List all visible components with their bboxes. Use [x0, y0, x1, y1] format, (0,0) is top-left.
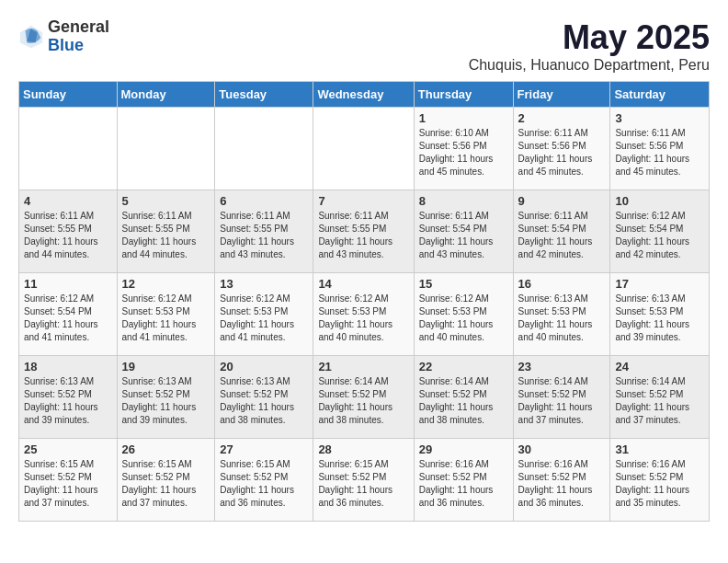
cell-info: Sunrise: 6:16 AM Sunset: 5:52 PM Dayligh…	[518, 458, 606, 510]
cell-info: Sunrise: 6:13 AM Sunset: 5:53 PM Dayligh…	[615, 293, 704, 344]
day-number: 9	[518, 194, 606, 208]
calendar-cell: 3Sunrise: 6:11 AM Sunset: 5:56 PM Daylig…	[610, 108, 710, 190]
logo: General Blue	[18, 18, 109, 55]
calendar-cell: 17Sunrise: 6:13 AM Sunset: 5:53 PM Dayli…	[610, 273, 710, 356]
day-number: 22	[419, 360, 508, 373]
day-number: 10	[615, 194, 704, 208]
calendar-cell: 20Sunrise: 6:13 AM Sunset: 5:52 PM Dayli…	[215, 356, 313, 439]
calendar-cell: 29Sunrise: 6:16 AM Sunset: 5:52 PM Dayli…	[414, 439, 513, 522]
calendar-header: SundayMondayTuesdayWednesdayThursdayFrid…	[19, 82, 710, 108]
day-number: 16	[518, 277, 606, 291]
day-number: 8	[419, 194, 508, 208]
cell-info: Sunrise: 6:10 AM Sunset: 5:56 PM Dayligh…	[419, 127, 508, 178]
calendar-cell: 7Sunrise: 6:11 AM Sunset: 5:55 PM Daylig…	[313, 190, 414, 273]
day-number: 7	[318, 194, 408, 208]
week-row-2: 4Sunrise: 6:11 AM Sunset: 5:55 PM Daylig…	[19, 190, 710, 273]
title-section: May 2025 Chuquis, Huanuco Department, Pe…	[469, 18, 710, 74]
cell-info: Sunrise: 6:11 AM Sunset: 5:54 PM Dayligh…	[419, 210, 508, 261]
logo-blue-text: Blue	[48, 37, 109, 55]
day-number: 29	[419, 442, 508, 456]
calendar-cell: 28Sunrise: 6:15 AM Sunset: 5:52 PM Dayli…	[313, 439, 414, 522]
cell-info: Sunrise: 6:16 AM Sunset: 5:52 PM Dayligh…	[615, 458, 704, 510]
day-number: 12	[122, 277, 210, 291]
day-number: 11	[24, 277, 112, 291]
day-number: 28	[318, 442, 408, 456]
cell-info: Sunrise: 6:12 AM Sunset: 5:53 PM Dayligh…	[122, 293, 210, 344]
calendar-cell: 21Sunrise: 6:14 AM Sunset: 5:52 PM Dayli…	[313, 356, 414, 439]
cell-info: Sunrise: 6:12 AM Sunset: 5:54 PM Dayligh…	[615, 210, 704, 261]
calendar-cell: 19Sunrise: 6:13 AM Sunset: 5:52 PM Dayli…	[117, 356, 215, 439]
day-number: 17	[615, 277, 704, 291]
day-number: 2	[518, 111, 606, 125]
calendar-cell	[313, 108, 414, 190]
header-cell-thursday: Thursday	[414, 82, 513, 108]
cell-info: Sunrise: 6:11 AM Sunset: 5:56 PM Dayligh…	[615, 127, 704, 178]
day-number: 21	[318, 360, 408, 373]
calendar-cell: 11Sunrise: 6:12 AM Sunset: 5:54 PM Dayli…	[19, 273, 118, 356]
day-number: 20	[220, 360, 308, 373]
calendar-cell: 24Sunrise: 6:14 AM Sunset: 5:52 PM Dayli…	[610, 356, 710, 439]
header-cell-sunday: Sunday	[19, 82, 118, 108]
logo-icon	[18, 24, 44, 50]
day-number: 25	[24, 442, 112, 456]
day-number: 1	[419, 111, 508, 125]
calendar-cell: 2Sunrise: 6:11 AM Sunset: 5:56 PM Daylig…	[513, 108, 610, 190]
calendar-body: 1Sunrise: 6:10 AM Sunset: 5:56 PM Daylig…	[19, 108, 710, 522]
cell-info: Sunrise: 6:11 AM Sunset: 5:55 PM Dayligh…	[24, 210, 112, 261]
calendar-cell: 26Sunrise: 6:15 AM Sunset: 5:52 PM Dayli…	[117, 439, 215, 522]
day-number: 5	[122, 194, 210, 208]
cell-info: Sunrise: 6:14 AM Sunset: 5:52 PM Dayligh…	[419, 375, 508, 427]
week-row-5: 25Sunrise: 6:15 AM Sunset: 5:52 PM Dayli…	[19, 439, 710, 522]
day-number: 4	[24, 194, 112, 208]
calendar-cell: 22Sunrise: 6:14 AM Sunset: 5:52 PM Dayli…	[414, 356, 513, 439]
calendar-cell: 4Sunrise: 6:11 AM Sunset: 5:55 PM Daylig…	[19, 190, 118, 273]
cell-info: Sunrise: 6:11 AM Sunset: 5:55 PM Dayligh…	[318, 210, 408, 261]
cell-info: Sunrise: 6:12 AM Sunset: 5:54 PM Dayligh…	[24, 293, 112, 344]
logo-general-text: General	[48, 18, 109, 37]
calendar-cell	[215, 108, 313, 190]
cell-info: Sunrise: 6:13 AM Sunset: 5:52 PM Dayligh…	[220, 375, 308, 427]
day-number: 3	[615, 111, 704, 125]
header-cell-saturday: Saturday	[610, 82, 710, 108]
cell-info: Sunrise: 6:11 AM Sunset: 5:56 PM Dayligh…	[518, 127, 606, 178]
cell-info: Sunrise: 6:13 AM Sunset: 5:52 PM Dayligh…	[24, 375, 112, 427]
calendar-cell: 13Sunrise: 6:12 AM Sunset: 5:53 PM Dayli…	[215, 273, 313, 356]
calendar-cell: 23Sunrise: 6:14 AM Sunset: 5:52 PM Dayli…	[513, 356, 610, 439]
week-row-4: 18Sunrise: 6:13 AM Sunset: 5:52 PM Dayli…	[19, 356, 710, 439]
cell-info: Sunrise: 6:15 AM Sunset: 5:52 PM Dayligh…	[318, 458, 408, 510]
calendar-cell	[19, 108, 118, 190]
cell-info: Sunrise: 6:11 AM Sunset: 5:54 PM Dayligh…	[518, 210, 606, 261]
cell-info: Sunrise: 6:12 AM Sunset: 5:53 PM Dayligh…	[318, 293, 408, 344]
calendar-cell: 15Sunrise: 6:12 AM Sunset: 5:53 PM Dayli…	[414, 273, 513, 356]
header-cell-tuesday: Tuesday	[215, 82, 313, 108]
day-number: 23	[518, 360, 606, 373]
day-number: 14	[318, 277, 408, 291]
cell-info: Sunrise: 6:14 AM Sunset: 5:52 PM Dayligh…	[318, 375, 408, 427]
cell-info: Sunrise: 6:13 AM Sunset: 5:53 PM Dayligh…	[518, 293, 606, 344]
cell-info: Sunrise: 6:15 AM Sunset: 5:52 PM Dayligh…	[24, 458, 112, 510]
calendar-table: SundayMondayTuesdayWednesdayThursdayFrid…	[18, 81, 710, 522]
calendar-cell: 9Sunrise: 6:11 AM Sunset: 5:54 PM Daylig…	[513, 190, 610, 273]
day-number: 13	[220, 277, 308, 291]
calendar-cell: 1Sunrise: 6:10 AM Sunset: 5:56 PM Daylig…	[414, 108, 513, 190]
calendar-cell: 25Sunrise: 6:15 AM Sunset: 5:52 PM Dayli…	[19, 439, 118, 522]
day-number: 24	[615, 360, 704, 373]
day-number: 27	[220, 442, 308, 456]
cell-info: Sunrise: 6:12 AM Sunset: 5:53 PM Dayligh…	[220, 293, 308, 344]
cell-info: Sunrise: 6:15 AM Sunset: 5:52 PM Dayligh…	[122, 458, 210, 510]
calendar-cell	[117, 108, 215, 190]
day-number: 30	[518, 442, 606, 456]
header: General Blue May 2025 Chuquis, Huanuco D…	[18, 18, 710, 74]
month-title: May 2025	[469, 18, 710, 57]
location-title: Chuquis, Huanuco Department, Peru	[469, 57, 710, 74]
cell-info: Sunrise: 6:12 AM Sunset: 5:53 PM Dayligh…	[419, 293, 508, 344]
header-cell-friday: Friday	[513, 82, 610, 108]
cell-info: Sunrise: 6:11 AM Sunset: 5:55 PM Dayligh…	[122, 210, 210, 261]
cell-info: Sunrise: 6:13 AM Sunset: 5:52 PM Dayligh…	[122, 375, 210, 427]
logo-text: General Blue	[48, 18, 109, 55]
week-row-1: 1Sunrise: 6:10 AM Sunset: 5:56 PM Daylig…	[19, 108, 710, 190]
calendar-cell: 31Sunrise: 6:16 AM Sunset: 5:52 PM Dayli…	[610, 439, 710, 522]
calendar-cell: 8Sunrise: 6:11 AM Sunset: 5:54 PM Daylig…	[414, 190, 513, 273]
cell-info: Sunrise: 6:11 AM Sunset: 5:55 PM Dayligh…	[220, 210, 308, 261]
calendar-cell: 5Sunrise: 6:11 AM Sunset: 5:55 PM Daylig…	[117, 190, 215, 273]
